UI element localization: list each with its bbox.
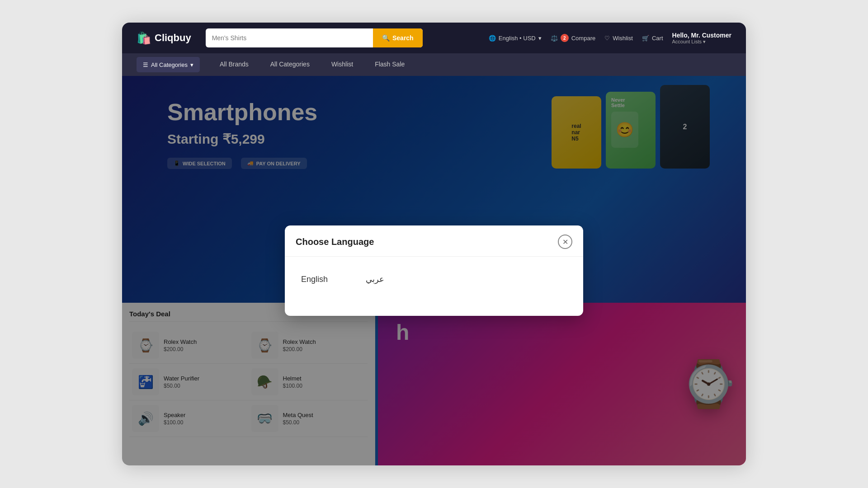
heart-icon: ♡ <box>604 35 610 42</box>
header-right: 🌐 English • USD ▾ ⚖️ 2 Compare ♡ Wishlis… <box>489 32 731 45</box>
brand-name: Cliqbuy <box>155 32 191 44</box>
nav-wishlist[interactable]: Wishlist <box>321 53 364 76</box>
modal-close-button[interactable]: ✕ <box>558 235 572 249</box>
search-label: Search <box>392 34 414 42</box>
chevron-down-icon: ▾ <box>190 61 193 68</box>
cart-label: Cart <box>652 35 663 42</box>
menu-icon: ☰ <box>143 61 148 68</box>
language-selector[interactable]: 🌐 English • USD ▾ <box>489 35 542 42</box>
globe-icon: 🌐 <box>489 35 496 42</box>
modal-overlay: Choose Language ✕ English عربي <box>122 76 746 465</box>
language-option-english[interactable]: English <box>296 271 333 288</box>
language-option-arabic[interactable]: عربي <box>360 271 390 288</box>
header: 🛍️ Cliqbuy 🔍 Search 🌐 English • USD ▾ ⚖️… <box>122 23 746 53</box>
logo-icon: 🛍️ <box>137 31 151 45</box>
chevron-down-icon: ▾ <box>538 35 542 42</box>
chevron-down-icon: ▾ <box>703 39 706 44</box>
compare-icon: ⚖️ <box>551 35 558 42</box>
search-bar: 🔍 Search <box>206 28 423 47</box>
compare-badge: 2 <box>561 34 569 42</box>
nav-flash-sale[interactable]: Flash Sale <box>364 53 415 76</box>
account-name: Hello, Mr. Customer <box>672 32 731 39</box>
language-modal: Choose Language ✕ English عربي <box>285 225 583 316</box>
all-categories-label: All Categories <box>151 61 188 68</box>
modal-body: English عربي <box>285 257 583 302</box>
search-icon: 🔍 <box>382 34 390 42</box>
language-label: English • USD <box>499 35 536 42</box>
nav-all-brands[interactable]: All Brands <box>209 53 259 76</box>
cart-button[interactable]: 🛒 Cart <box>642 35 663 42</box>
wishlist-button[interactable]: ♡ Wishlist <box>604 35 633 42</box>
nav-all-categories[interactable]: All Categories <box>259 53 321 76</box>
account-area[interactable]: Hello, Mr. Customer Account Lists ▾ <box>672 32 731 45</box>
close-icon: ✕ <box>562 238 568 246</box>
modal-title: Choose Language <box>296 237 374 247</box>
search-button[interactable]: 🔍 Search <box>373 28 423 47</box>
compare-label: Compare <box>571 35 595 42</box>
all-categories-dropdown[interactable]: ☰ All Categories ▾ <box>137 57 200 72</box>
account-sub: Account Lists ▾ <box>672 39 731 45</box>
navbar: ☰ All Categories ▾ All Brands All Catego… <box>122 53 746 76</box>
cart-icon: 🛒 <box>642 35 649 42</box>
wishlist-label: Wishlist <box>613 35 633 42</box>
logo[interactable]: 🛍️ Cliqbuy <box>137 31 191 45</box>
compare-button[interactable]: ⚖️ 2 Compare <box>551 34 595 42</box>
modal-header: Choose Language ✕ <box>285 225 583 257</box>
search-input[interactable] <box>206 28 373 47</box>
